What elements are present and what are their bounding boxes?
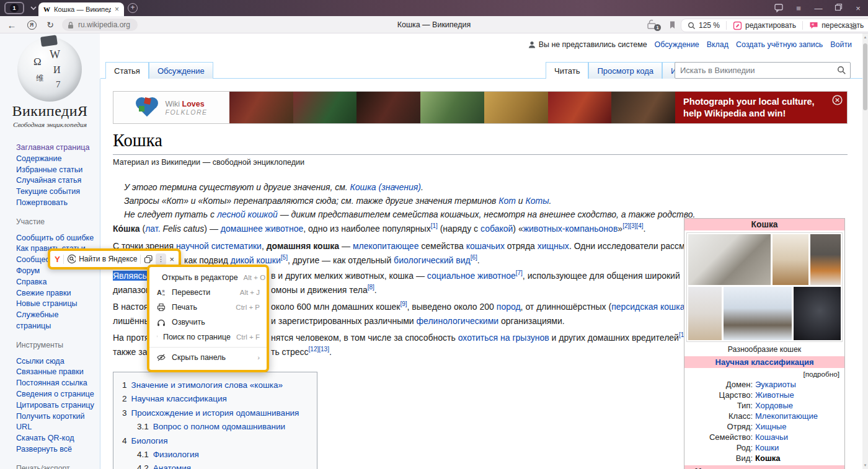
sidebar-item[interactable]: Ссылки сюда [16, 356, 95, 367]
banner-close-icon[interactable] [832, 95, 843, 105]
find-bar-close-icon[interactable]: × [169, 255, 174, 264]
collage-caption: Разнообразие кошек [684, 344, 844, 356]
toc-item[interactable]: 4.1Физиология [122, 448, 308, 462]
tax-link[interactable]: Хищные [755, 421, 844, 432]
tab-view-source[interactable]: Просмотр кода [588, 62, 662, 79]
zoom-control[interactable]: 125 % [681, 21, 726, 30]
sidebar-item[interactable]: Пожертвовать [16, 198, 95, 209]
classification-detail-link[interactable]: [подробно] [684, 368, 844, 379]
bookmark-icon[interactable] [666, 16, 678, 33]
menu-item-hide-panel[interactable]: Скрыть панель› [149, 350, 267, 365]
taxobox: Кошка Разнообразие кошек Научная классиф… [684, 218, 845, 469]
sidebar-item[interactable]: Новые страницы [16, 299, 95, 310]
sidebar-item[interactable]: Случайная статья [16, 175, 95, 186]
paragraph-5: На протянятся человеком, в том числе за … [113, 331, 149, 359]
svg-text:я: я [162, 289, 165, 293]
sidebar-item[interactable]: Цитировать страницу [16, 400, 95, 411]
search-icon[interactable] [837, 66, 846, 77]
wiki-loves-folklore-banner[interactable]: Wiki Loves FOLKLORE Photograph your loca… [113, 91, 848, 124]
retell-button[interactable]: « пересказать [803, 21, 868, 30]
edit-page-button[interactable]: редактировать [727, 21, 802, 30]
lock-icon [67, 21, 74, 29]
tab-read[interactable]: Читать [546, 62, 588, 79]
sidebar-item[interactable]: Свежие правки [16, 288, 95, 299]
minimize-icon[interactable]: — [808, 4, 828, 13]
sidebar-item[interactable]: Справка [16, 277, 95, 288]
menu-item-translate[interactable]: Aя ПеревестиAlt + J [149, 285, 267, 300]
sidebar-item[interactable]: Текущие события [16, 186, 95, 198]
yandex-logo: Y [55, 255, 60, 264]
tax-link[interactable]: Эукариоты [755, 379, 844, 390]
personal-bar: Вы не представились системе Обсуждение В… [528, 40, 852, 49]
menu-icon[interactable]: ≡ [789, 4, 808, 13]
copy-icon[interactable] [144, 255, 152, 264]
menu-item-open-editor[interactable]: Открыть в редактореAlt + O [149, 270, 267, 285]
refresh-icon[interactable]: ↻ [43, 16, 57, 33]
toc-item[interactable]: 4Биология [122, 434, 308, 448]
paragraph-3: Являясьв и других мелких животных, кошка… [113, 269, 151, 297]
menu-item-read-aloud[interactable]: Озвучить [149, 315, 267, 330]
sidebar-item[interactable]: Скачать QR-код [16, 433, 95, 444]
yandex-services-icon[interactable]: Я [25, 16, 38, 33]
sidebar-item-main-page[interactable]: Заглавная страница [16, 142, 95, 154]
tax-link[interactable]: Млекопитающие [755, 411, 844, 421]
wiki-search-input[interactable] [675, 62, 851, 79]
find-in-yandex-button[interactable]: Найти в Яндексе [79, 255, 137, 263]
tab-group-button[interactable]: 1 [4, 2, 24, 14]
new-tab-button[interactable]: + [128, 3, 138, 13]
classification-header[interactable]: Научная классификация [684, 356, 844, 368]
tab-close-icon[interactable]: × [115, 5, 119, 14]
sidebar-item[interactable]: Получить короткий URL [16, 411, 88, 434]
url-field[interactable]: ru.wikipedia.org [62, 19, 138, 31]
cat-photo-collage[interactable] [686, 232, 843, 342]
tax-link[interactable]: Кошачьи [755, 432, 844, 442]
panel-context-menu: Открыть в редактореAlt + O Aя ПеревестиA… [147, 265, 269, 372]
browser-tab[interactable]: W Кошка — Википедия × [38, 2, 124, 16]
tax-link[interactable]: Хордовые [755, 400, 844, 411]
cat-photo [810, 234, 841, 285]
sidebar-item[interactable]: Постоянная ссылка [16, 378, 95, 389]
sidebar-nav: Заглавная страница Содержание Избранные … [16, 142, 95, 469]
wiki-loves-heart-icon [135, 97, 159, 118]
menu-item-print[interactable]: ПечатьCtrl + P [149, 300, 267, 315]
paragraph-2: С точки зрения научной систематики, дома… [113, 239, 723, 268]
sidebar-item[interactable]: Связанные правки [16, 367, 95, 378]
tab-discussion[interactable]: Обсуждение [149, 62, 213, 79]
personal-link-createaccount[interactable]: Создать учётную запись [736, 40, 823, 49]
personal-link-contribs[interactable]: Вклад [707, 40, 728, 49]
browser-actions: 125 % редактировать « пересказать ⋮ [681, 19, 868, 32]
cat-photo [688, 287, 722, 340]
toc-item[interactable]: 2Научная классификация [122, 392, 308, 406]
toc-item[interactable]: 3.1Вопрос о полном одомашнивании [122, 420, 308, 434]
tab-article[interactable]: Статья [105, 62, 149, 79]
menu-item-find-on-page[interactable]: Поиск по страницеCtrl + F [149, 330, 267, 344]
close-window-icon[interactable]: × [848, 4, 868, 13]
toc-item[interactable]: 3Происхождение и история одомашнивания [122, 406, 308, 420]
scrollbar-thumb[interactable] [863, 43, 867, 110]
protect-icon[interactable]: 1 [646, 19, 660, 30]
toc-item[interactable]: 1Значение и этимология слова «кошка» [122, 379, 308, 392]
personal-link-talk[interactable]: Обсуждение [655, 40, 699, 49]
sidebar-item[interactable]: Содержание [16, 154, 95, 165]
sidebar-item[interactable]: Избранные статьи [16, 165, 95, 176]
wikipedia-globe-logo[interactable]: Ω W И 7 维 [17, 37, 82, 102]
sidebar-panel-icon[interactable] [769, 2, 789, 14]
sidebar-item[interactable]: Сообщить об ошибке [16, 233, 95, 244]
table-of-contents: 1Значение и этимология слова «кошка» 2На… [113, 372, 317, 469]
scroll-up-icon[interactable]: ▲ [862, 35, 868, 39]
article-title: Кошка [113, 130, 848, 155]
sidebar-item[interactable]: Служебные страницы [16, 310, 95, 332]
chevron-down-icon[interactable] [29, 4, 38, 12]
sidebar-item[interactable]: Развернуть всё [16, 444, 95, 455]
back-icon[interactable]: ← [5, 16, 19, 33]
tax-link[interactable]: Животные [755, 390, 844, 400]
personal-link-login[interactable]: Войти [830, 40, 852, 49]
page-scrollbar[interactable]: ▲ ▼ [862, 33, 868, 469]
sidebar-item[interactable]: Сведения о странице [16, 389, 95, 400]
downloads-icon[interactable]: ↓ [851, 20, 856, 29]
scroll-down-icon[interactable]: ▼ [862, 463, 868, 467]
toc-item[interactable]: 4.2Анатомия [122, 462, 308, 469]
restore-icon[interactable] [828, 3, 848, 13]
tax-link[interactable]: Кошки [755, 442, 844, 453]
find-bar-more-icon[interactable]: ⋮ [156, 253, 167, 265]
